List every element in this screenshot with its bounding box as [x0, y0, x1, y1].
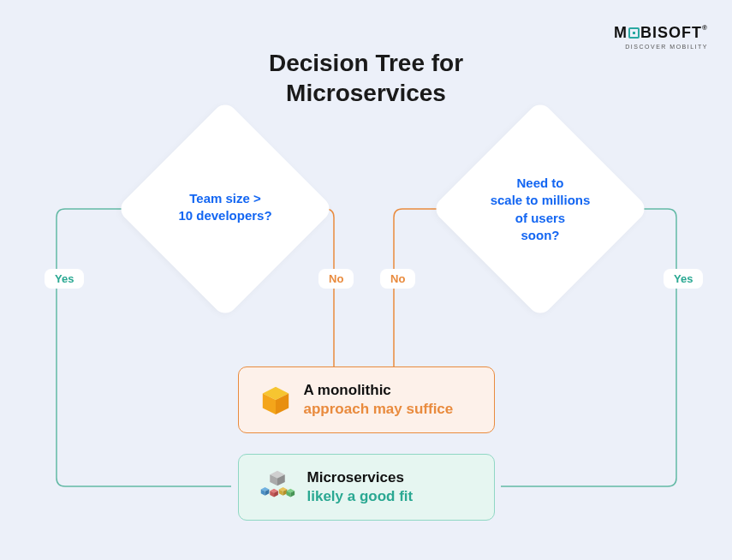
edge-scale-no: No [380, 269, 415, 289]
result-microservices: Microservices likely a good fit [238, 454, 495, 521]
cube-icon [259, 384, 292, 416]
brand-tagline: DISCOVER MOBILITY [614, 44, 708, 50]
result-monolith: A monolithic approach may suffice [238, 366, 495, 433]
edge-team-yes: Yes [45, 269, 84, 289]
multi-cube-icon [259, 469, 295, 505]
decision-team-size-label: Team size > 10 developers? [148, 190, 302, 225]
edge-team-no: No [318, 269, 354, 289]
result-microservices-text: Microservices likely a good fit [307, 468, 414, 506]
brand-name: MBISOFT® [614, 24, 708, 42]
result-monolith-text: A monolithic approach may suffice [304, 381, 454, 419]
decision-scale-label: Need to scale to millions of users soon? [463, 175, 617, 244]
brand-logo: MBISOFT® DISCOVER MOBILITY [614, 24, 708, 50]
diagram-canvas: MBISOFT® DISCOVER MOBILITY Decision Tree… [0, 0, 732, 560]
edge-scale-yes: Yes [664, 269, 703, 289]
diagram-title: Decision Tree forMicroservices [269, 48, 463, 108]
